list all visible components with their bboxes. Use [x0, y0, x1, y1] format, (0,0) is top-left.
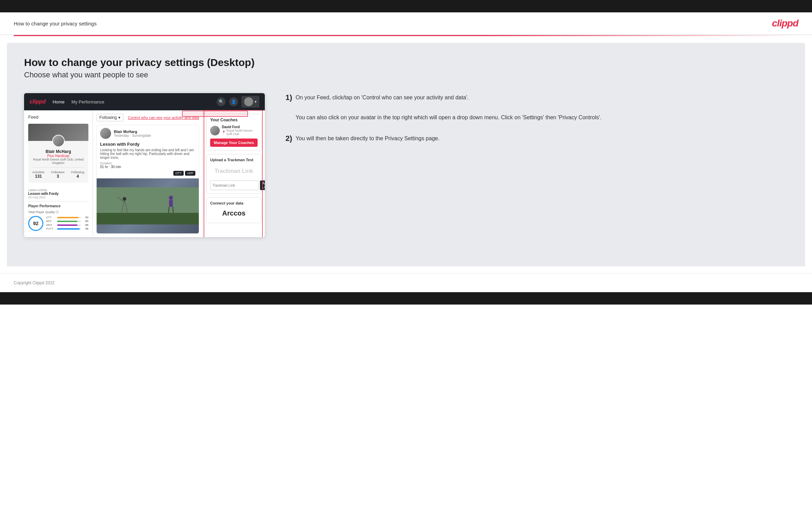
location-icon: 📍: [222, 131, 226, 134]
page-heading: How to change your privacy settings (Des…: [24, 57, 791, 68]
duration-label: Duration: [100, 162, 195, 165]
latest-date: 03 Aug 2022: [28, 196, 88, 199]
header-title: How to change your privacy settings: [14, 21, 97, 26]
header: How to change your privacy settings clip…: [0, 12, 812, 35]
post-username: Blair McHarg: [114, 130, 151, 134]
instruction-1-text: On your Feed, click/tap on 'Control who …: [296, 93, 602, 102]
coach-avatar: [210, 126, 220, 135]
control-privacy-link[interactable]: Control who can see your activity and da…: [128, 115, 199, 120]
svg-point-3: [123, 197, 127, 201]
instruction-1-extra: You can also click on your avatar in the…: [296, 113, 602, 122]
duration-value: 01 hr : 30 min: [100, 165, 121, 169]
following-chevron: ▾: [118, 115, 120, 120]
logo: clippd: [772, 18, 798, 29]
profile-subtitle: Plus Handicap: [32, 154, 84, 158]
post-card: Blair McHarg Yesterday · Sunningdale Les…: [96, 125, 199, 234]
nav-avatar: [244, 97, 253, 106]
coaches-title: Your Coaches: [210, 118, 258, 122]
post-meta: Yesterday · Sunningdale: [114, 134, 151, 137]
trackman-title: Upload a Trackman Test: [210, 158, 258, 162]
stat-followers-label: Followers: [51, 170, 65, 174]
nav-home[interactable]: Home: [53, 99, 65, 104]
latest-label: Latest Activity: [28, 188, 88, 192]
quality-bars: OTT 90 APP 85 ARG: [46, 216, 88, 231]
coaches-section: Your Coaches David Ford 📍 Royal North De…: [206, 114, 261, 151]
feed-tab[interactable]: Feed: [28, 114, 88, 120]
top-bar: [0, 0, 812, 12]
svg-rect-2: [97, 187, 199, 213]
trackman-input-row: Add Link: [210, 180, 258, 190]
instruction-2: 2) You will then be taken directly to th…: [285, 134, 791, 143]
trackman-section: Upload a Trackman Test Trackman Link Add…: [206, 154, 261, 194]
bar-ott: OTT 90: [46, 216, 88, 219]
tag-app: APP: [185, 171, 195, 176]
profile-card: Blair McHarg Plus Handicap Royal North D…: [28, 124, 88, 183]
stat-activities-label: Activities: [32, 170, 45, 174]
following-label: Following: [99, 115, 117, 120]
coach-club: 📍 Royal North Devon Golf Club: [222, 129, 258, 136]
person-icon[interactable]: 👤: [229, 97, 238, 106]
add-link-button[interactable]: Add Link: [260, 180, 265, 190]
nav-my-performance[interactable]: My Performance: [72, 99, 104, 104]
main-content: How to change your privacy settings (Des…: [7, 43, 805, 266]
tag-ott: OTT: [173, 171, 184, 176]
app-nav: clippd Home My Performance 🔍 👤 ▾: [24, 93, 265, 110]
bottom-bar: [0, 292, 812, 305]
app-nav-icons: 🔍 👤 ▾: [217, 96, 259, 108]
manage-coaches-button[interactable]: Manage Your Coaches: [210, 139, 258, 147]
profile-name: Blair McHarg: [32, 149, 84, 154]
post-title: Lesson with Fordy: [97, 142, 199, 148]
latest-activity: Latest Activity Lesson with Fordy 03 Aug…: [28, 186, 88, 201]
stat-followers-value: 3: [51, 174, 65, 179]
latest-title: Lesson with Fordy: [28, 192, 88, 196]
dropdown-arrow: ▾: [255, 99, 257, 104]
footer: Copyright Clippd 2022: [0, 273, 812, 292]
svg-rect-1: [97, 213, 199, 224]
following-button[interactable]: Following ▾: [96, 114, 123, 121]
stat-followers: Followers 3: [51, 170, 65, 179]
post-duration: Duration 01 hr : 30 min: [97, 162, 199, 171]
demo-area: clippd Home My Performance 🔍 👤 ▾ Feed: [24, 93, 791, 237]
feed-header: Following ▾ Control who can see your act…: [96, 114, 199, 121]
connect-title: Connect your data: [210, 201, 258, 205]
avatar-dropdown[interactable]: ▾: [241, 96, 259, 108]
connect-section: Connect your data Arccos: [206, 197, 261, 223]
page-subheading: Choose what you want people to see: [24, 70, 791, 79]
perf-title: Player Performance: [28, 204, 88, 208]
copyright: Copyright Clippd 2022: [14, 280, 55, 285]
quality-label: Total Player Quality ⓘ: [28, 210, 88, 214]
instruction-2-number: 2): [285, 134, 292, 143]
coach-name: David Ford: [222, 125, 258, 129]
coaches-section-wrapper: Your Coaches David Ford 📍 Royal North De…: [206, 114, 261, 151]
svg-rect-10: [169, 200, 173, 207]
golf-scene-svg: [97, 178, 199, 233]
coach-item: David Ford 📍 Royal North Devon Golf Club: [210, 125, 258, 136]
post-image: [97, 178, 199, 233]
header-underline: [14, 35, 798, 36]
profile-avatar: [52, 135, 65, 147]
player-performance: Player Performance Total Player Quality …: [28, 204, 88, 231]
app-feed: Following ▾ Control who can see your act…: [93, 110, 203, 237]
trackman-input[interactable]: [210, 180, 259, 190]
stat-following-value: 4: [71, 174, 84, 179]
trackman-placeholder: Trackman Link: [210, 165, 258, 178]
instruction-1: 1) On your Feed, click/tap on 'Control w…: [285, 93, 791, 122]
stat-following: Following 4: [71, 170, 84, 179]
app-right-panel: Your Coaches David Ford 📍 Royal North De…: [203, 110, 265, 237]
profile-stats: Activities 131 Followers 3 Following 4: [32, 167, 84, 179]
quality-score: 92: [28, 216, 43, 231]
svg-line-12: [173, 207, 173, 213]
instruction-2-text: You will then be taken directly to the P…: [296, 134, 440, 143]
app-body: Feed Blair McHarg Plus Handicap Royal No…: [24, 110, 265, 237]
post-avatar: [100, 128, 111, 139]
bar-arg: ARG 86: [46, 223, 88, 227]
instruction-1-number: 1): [285, 93, 292, 102]
arccos-logo: Arccos: [210, 207, 258, 219]
bar-app: APP 85: [46, 220, 88, 223]
search-icon[interactable]: 🔍: [217, 97, 226, 106]
svg-point-9: [169, 196, 173, 200]
app-sidebar: Feed Blair McHarg Plus Handicap Royal No…: [24, 110, 93, 237]
app-mockup: clippd Home My Performance 🔍 👤 ▾ Feed: [24, 93, 265, 237]
stat-following-label: Following: [71, 170, 84, 174]
quality-section: 92 OTT 90 APP 85: [28, 216, 88, 231]
